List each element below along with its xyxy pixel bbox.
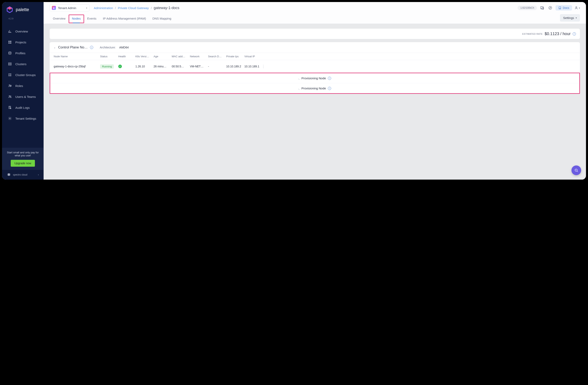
settings-button[interactable]: Settings ▾ <box>560 14 580 21</box>
svg-point-14 <box>10 96 11 97</box>
svg-point-8 <box>10 74 11 74</box>
svg-point-13 <box>9 96 10 97</box>
arch-label: Architecture: <box>100 46 116 49</box>
sidebar-item-label: Users & Teams <box>15 95 36 98</box>
info-icon[interactable]: i <box>328 87 331 90</box>
tab-dns[interactable]: DNS Mapping <box>149 15 174 23</box>
chevron-down-icon: ▾ <box>86 7 87 9</box>
chart-icon <box>8 29 12 33</box>
table-row[interactable]: gateway-1-docs-cp-25bqfRunning✓1.26.1026… <box>50 60 580 73</box>
column-header: Private Ips <box>226 55 244 58</box>
svg-point-17 <box>9 118 10 119</box>
info-icon[interactable]: i <box>328 77 331 80</box>
stack-icon <box>8 51 12 55</box>
sidebar-item-audit-logs[interactable]: Audit Logs <box>2 102 43 113</box>
scope-selector[interactable]: ▮ Tenant Admin ▾ <box>50 4 89 11</box>
sidebar-item-tenant-settings[interactable]: Tenant Settings <box>2 113 43 124</box>
column-header: Status <box>100 55 118 58</box>
upgrade-promo: Start small and only pay for what you us… <box>2 148 43 170</box>
svg-point-19 <box>576 7 577 8</box>
status-badge: Running <box>100 64 114 69</box>
column-header: MAC add… <box>172 55 190 58</box>
svg-point-18 <box>549 6 552 9</box>
section-title: Control Plane No… <box>58 45 87 49</box>
spinner-icon: ◟ <box>298 87 299 90</box>
svg-rect-1 <box>10 41 11 42</box>
sidebar-item-users-teams[interactable]: Users & Teams <box>2 91 43 102</box>
docs-button[interactable]: Docs <box>556 5 572 10</box>
info-icon[interactable]: i <box>573 32 576 36</box>
sidebar-item-cluster-groups[interactable]: Cluster Groups <box>2 69 43 80</box>
sidebar-item-label: Audit Logs <box>15 106 30 109</box>
user-menu[interactable]: ▾ <box>574 6 580 10</box>
svg-point-4 <box>9 52 11 53</box>
chat-icon[interactable] <box>539 5 545 11</box>
sidebar-nav: OverviewProjectsProfilesClustersCluster … <box>2 24 43 148</box>
sidebar-item-clusters[interactable]: Clusters <box>2 59 43 69</box>
table-body: gateway-1-docs-cp-25bqfRunning✓1.26.1026… <box>50 60 580 73</box>
tab-ipam[interactable]: IP Address Management (IPAM) <box>100 15 149 23</box>
spectro-logo-icon <box>7 173 11 177</box>
cluster-icon <box>8 62 12 66</box>
rate-label: ESTIMATED RATE <box>522 33 543 35</box>
tabs-container: OverviewNodesEventsIP Address Management… <box>50 15 174 23</box>
sidebar-item-projects[interactable]: Projects <box>2 37 43 48</box>
column-header: Network <box>190 55 208 58</box>
svg-point-10 <box>10 75 11 76</box>
sidebar-item-label: Clusters <box>15 62 26 66</box>
section-header[interactable]: ⌄ Control Plane No… i Architecture: AMD6… <box>50 42 580 53</box>
rate-card: ESTIMATED RATE $0.1123 / hour i <box>50 29 580 39</box>
sidebar-item-profiles[interactable]: Profiles <box>2 48 43 59</box>
column-header: Node Name <box>54 55 100 58</box>
chevron-down-icon: ⌄ <box>54 46 56 49</box>
sidebar-item-roles[interactable]: Roles <box>2 80 43 91</box>
main-content: ▮ Tenant Admin ▾ Administration/Private … <box>43 2 586 180</box>
svg-rect-3 <box>10 43 11 43</box>
tab-nodes[interactable]: Nodes <box>69 15 84 23</box>
scope-icon: ▮ <box>52 6 56 10</box>
sidebar-item-label: Profiles <box>15 51 25 55</box>
tab-events[interactable]: Events <box>84 15 100 23</box>
grid-icon <box>8 40 12 44</box>
sidebar-item-label: Tenant Settings <box>15 117 36 120</box>
tab-overview[interactable]: Overview <box>50 15 69 23</box>
credits-badge: 1.62/100kCh <box>518 6 537 10</box>
arch-value: AMD64 <box>119 46 129 49</box>
svg-point-20 <box>575 169 577 171</box>
compass-icon[interactable] <box>547 5 553 11</box>
row-actions-icon[interactable]: ⋮ <box>262 64 270 69</box>
help-fab[interactable] <box>571 166 581 175</box>
svg-point-9 <box>9 75 9 76</box>
provisioning-row: ◟Provisioning Nodei <box>50 83 579 93</box>
company-footer[interactable]: spectro cloud ‹ <box>2 170 43 180</box>
chevron-down-icon: ▾ <box>576 17 577 19</box>
chevron-down-icon: ▾ <box>579 7 580 9</box>
column-header: Age <box>154 55 172 58</box>
svg-rect-6 <box>8 64 11 65</box>
provisioning-row: ◟Provisioning Nodei <box>50 73 579 83</box>
audit-icon <box>8 106 12 109</box>
scope-label: Tenant Admin <box>58 6 82 10</box>
breadcrumb-link[interactable]: Private Cloud Gateway <box>118 6 149 10</box>
sidebar-item-label: Overview <box>15 30 28 33</box>
brand-name: palette <box>16 7 29 12</box>
info-icon[interactable]: i <box>90 46 93 49</box>
spinner-icon: ◟ <box>298 77 299 80</box>
sidebar-item-label: Projects <box>15 41 26 44</box>
table-header: Node NameStatusHealthK8s Versi…AgeMAC ad… <box>50 53 580 60</box>
column-header: Health <box>118 55 135 58</box>
upgrade-button[interactable]: Upgrade now <box>11 160 35 167</box>
sidebar-item-overview[interactable]: Overview <box>2 26 43 37</box>
svg-rect-5 <box>8 63 11 64</box>
app-version: 4.2.9 <box>2 17 43 24</box>
search-chat-icon <box>574 168 579 172</box>
svg-rect-2 <box>8 43 9 43</box>
collapse-icon[interactable]: ‹ <box>38 173 39 176</box>
company-name: spectro cloud <box>13 173 27 176</box>
sidebar: palette 4.2.9 OverviewProjectsProfilesCl… <box>2 2 43 180</box>
breadcrumb-link[interactable]: Administration <box>94 6 113 10</box>
book-icon <box>558 6 562 9</box>
svg-point-7 <box>9 74 9 74</box>
provisioning-highlight: ◟Provisioning Nodei◟Provisioning Nodei <box>50 73 580 94</box>
column-header: K8s Versi… <box>135 55 154 58</box>
